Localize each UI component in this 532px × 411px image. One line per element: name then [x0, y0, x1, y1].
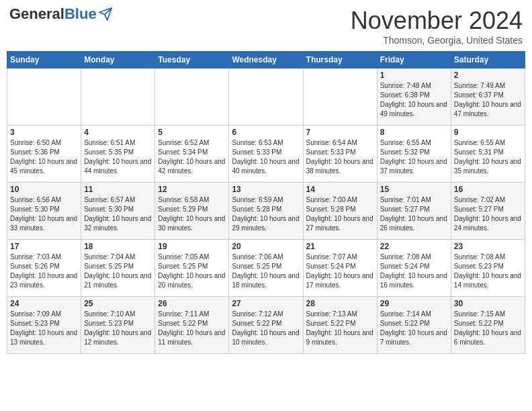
day-info: Sunrise: 7:14 AM Sunset: 5:22 PM Dayligh…: [380, 310, 448, 347]
day-number: 9: [454, 128, 522, 137]
calendar-cell: 17Sunrise: 7:03 AM Sunset: 5:26 PM Dayli…: [7, 240, 81, 297]
day-number: 20: [232, 242, 300, 251]
calendar-cell: 20Sunrise: 7:06 AM Sunset: 5:25 PM Dayli…: [229, 240, 303, 297]
day-info: Sunrise: 6:56 AM Sunset: 5:30 PM Dayligh…: [10, 195, 78, 233]
day-number: 6: [232, 128, 300, 137]
day-number: 24: [10, 299, 78, 308]
calendar-cell: 9Sunrise: 6:55 AM Sunset: 5:31 PM Daylig…: [451, 126, 525, 183]
calendar-body: 1Sunrise: 7:48 AM Sunset: 6:38 PM Daylig…: [7, 68, 525, 354]
calendar-cell: 26Sunrise: 7:11 AM Sunset: 5:22 PM Dayli…: [155, 297, 229, 354]
day-of-week-header: Saturday: [451, 52, 525, 68]
day-info: Sunrise: 7:04 AM Sunset: 5:25 PM Dayligh…: [84, 253, 152, 290]
calendar-cell: 19Sunrise: 7:05 AM Sunset: 5:25 PM Dayli…: [155, 240, 229, 297]
calendar-cell: 12Sunrise: 6:58 AM Sunset: 5:29 PM Dayli…: [155, 183, 229, 240]
calendar-cell: 11Sunrise: 6:57 AM Sunset: 5:30 PM Dayli…: [81, 183, 155, 240]
day-info: Sunrise: 7:11 AM Sunset: 5:22 PM Dayligh…: [158, 310, 226, 347]
day-number: 26: [158, 299, 226, 308]
day-number: 28: [306, 299, 374, 308]
day-info: Sunrise: 7:15 AM Sunset: 5:22 PM Dayligh…: [454, 310, 522, 347]
calendar-cell: 23Sunrise: 7:08 AM Sunset: 5:23 PM Dayli…: [451, 240, 525, 297]
calendar-cell: 4Sunrise: 6:51 AM Sunset: 5:35 PM Daylig…: [81, 126, 155, 183]
day-number: 10: [10, 185, 78, 194]
header: GeneralBlue November 2024 Thomson, Georg…: [7, 7, 525, 46]
day-number: 21: [306, 242, 374, 251]
day-info: Sunrise: 7:01 AM Sunset: 5:27 PM Dayligh…: [380, 195, 448, 233]
day-of-week-header: Thursday: [303, 52, 377, 68]
day-number: 12: [158, 185, 226, 194]
day-number: 4: [84, 128, 152, 137]
day-info: Sunrise: 7:13 AM Sunset: 5:22 PM Dayligh…: [306, 310, 374, 347]
calendar-week-row: 1Sunrise: 7:48 AM Sunset: 6:38 PM Daylig…: [7, 68, 525, 126]
day-info: Sunrise: 7:05 AM Sunset: 5:25 PM Dayligh…: [158, 253, 226, 290]
day-number: 2: [454, 71, 522, 80]
calendar-cell: 28Sunrise: 7:13 AM Sunset: 5:22 PM Dayli…: [303, 297, 377, 354]
calendar-table: SundayMondayTuesdayWednesdayThursdayFrid…: [7, 51, 525, 354]
day-info: Sunrise: 7:48 AM Sunset: 6:38 PM Dayligh…: [380, 81, 448, 119]
day-number: 11: [84, 185, 152, 194]
calendar-cell: 29Sunrise: 7:14 AM Sunset: 5:22 PM Dayli…: [377, 297, 451, 354]
logo: GeneralBlue: [9, 7, 113, 21]
day-number: 7: [306, 128, 374, 137]
day-of-week-header: Monday: [81, 52, 155, 68]
day-info: Sunrise: 7:08 AM Sunset: 5:24 PM Dayligh…: [380, 253, 448, 290]
day-info: Sunrise: 6:53 AM Sunset: 5:33 PM Dayligh…: [232, 138, 300, 176]
calendar-cell: 16Sunrise: 7:02 AM Sunset: 5:27 PM Dayli…: [451, 183, 525, 240]
day-info: Sunrise: 7:09 AM Sunset: 5:23 PM Dayligh…: [10, 310, 78, 347]
calendar-cell: 2Sunrise: 7:49 AM Sunset: 6:37 PM Daylig…: [451, 68, 525, 126]
calendar-week-row: 10Sunrise: 6:56 AM Sunset: 5:30 PM Dayli…: [7, 183, 525, 240]
calendar-cell: 25Sunrise: 7:10 AM Sunset: 5:23 PM Dayli…: [81, 297, 155, 354]
calendar-cell: 22Sunrise: 7:08 AM Sunset: 5:24 PM Dayli…: [377, 240, 451, 297]
month-title: November 2024: [351, 7, 523, 35]
day-number: 30: [454, 299, 522, 308]
logo-bird-icon: [98, 7, 113, 21]
day-info: Sunrise: 6:52 AM Sunset: 5:34 PM Dayligh…: [158, 138, 226, 176]
day-number: 15: [380, 185, 448, 194]
day-number: 1: [380, 71, 448, 80]
calendar-cell: 30Sunrise: 7:15 AM Sunset: 5:22 PM Dayli…: [451, 297, 525, 354]
day-number: 19: [158, 242, 226, 251]
calendar-header-row: SundayMondayTuesdayWednesdayThursdayFrid…: [7, 52, 525, 68]
day-number: 23: [454, 242, 522, 251]
calendar-cell: 6Sunrise: 6:53 AM Sunset: 5:33 PM Daylig…: [229, 126, 303, 183]
day-info: Sunrise: 7:03 AM Sunset: 5:26 PM Dayligh…: [10, 253, 78, 290]
calendar-cell: 18Sunrise: 7:04 AM Sunset: 5:25 PM Dayli…: [81, 240, 155, 297]
day-info: Sunrise: 7:10 AM Sunset: 5:23 PM Dayligh…: [84, 310, 152, 347]
calendar-cell: [303, 68, 377, 126]
calendar-week-row: 24Sunrise: 7:09 AM Sunset: 5:23 PM Dayli…: [7, 297, 525, 354]
calendar-cell: [229, 68, 303, 126]
calendar-cell: 3Sunrise: 6:50 AM Sunset: 5:36 PM Daylig…: [7, 126, 81, 183]
title-block: November 2024 Thomson, Georgia, United S…: [351, 7, 523, 46]
day-of-week-header: Tuesday: [155, 52, 229, 68]
calendar-cell: 7Sunrise: 6:54 AM Sunset: 5:33 PM Daylig…: [303, 126, 377, 183]
day-number: 27: [232, 299, 300, 308]
calendar-cell: [155, 68, 229, 126]
day-of-week-header: Friday: [377, 52, 451, 68]
calendar-cell: 21Sunrise: 7:07 AM Sunset: 5:24 PM Dayli…: [303, 240, 377, 297]
calendar-cell: 15Sunrise: 7:01 AM Sunset: 5:27 PM Dayli…: [377, 183, 451, 240]
day-number: 17: [10, 242, 78, 251]
day-info: Sunrise: 6:55 AM Sunset: 5:32 PM Dayligh…: [380, 138, 448, 176]
day-number: 14: [306, 185, 374, 194]
day-number: 16: [454, 185, 522, 194]
calendar-cell: [7, 68, 81, 126]
calendar-cell: 24Sunrise: 7:09 AM Sunset: 5:23 PM Dayli…: [7, 297, 81, 354]
day-number: 8: [380, 128, 448, 137]
day-info: Sunrise: 7:08 AM Sunset: 5:23 PM Dayligh…: [454, 253, 522, 290]
calendar-cell: 14Sunrise: 7:00 AM Sunset: 5:28 PM Dayli…: [303, 183, 377, 240]
day-info: Sunrise: 7:07 AM Sunset: 5:24 PM Dayligh…: [306, 253, 374, 290]
day-info: Sunrise: 6:57 AM Sunset: 5:30 PM Dayligh…: [84, 195, 152, 233]
day-info: Sunrise: 7:06 AM Sunset: 5:25 PM Dayligh…: [232, 253, 300, 290]
day-number: 13: [232, 185, 300, 194]
calendar-cell: 10Sunrise: 6:56 AM Sunset: 5:30 PM Dayli…: [7, 183, 81, 240]
day-info: Sunrise: 6:55 AM Sunset: 5:31 PM Dayligh…: [454, 138, 522, 176]
day-number: 25: [84, 299, 152, 308]
day-number: 3: [10, 128, 78, 137]
calendar-cell: 5Sunrise: 6:52 AM Sunset: 5:34 PM Daylig…: [155, 126, 229, 183]
day-number: 18: [84, 242, 152, 251]
calendar-cell: 1Sunrise: 7:48 AM Sunset: 6:38 PM Daylig…: [377, 68, 451, 126]
day-info: Sunrise: 6:59 AM Sunset: 5:28 PM Dayligh…: [232, 195, 300, 233]
day-info: Sunrise: 7:49 AM Sunset: 6:37 PM Dayligh…: [454, 81, 522, 119]
day-info: Sunrise: 6:51 AM Sunset: 5:35 PM Dayligh…: [84, 138, 152, 176]
day-info: Sunrise: 7:00 AM Sunset: 5:28 PM Dayligh…: [306, 195, 374, 233]
day-info: Sunrise: 7:02 AM Sunset: 5:27 PM Dayligh…: [454, 195, 522, 233]
